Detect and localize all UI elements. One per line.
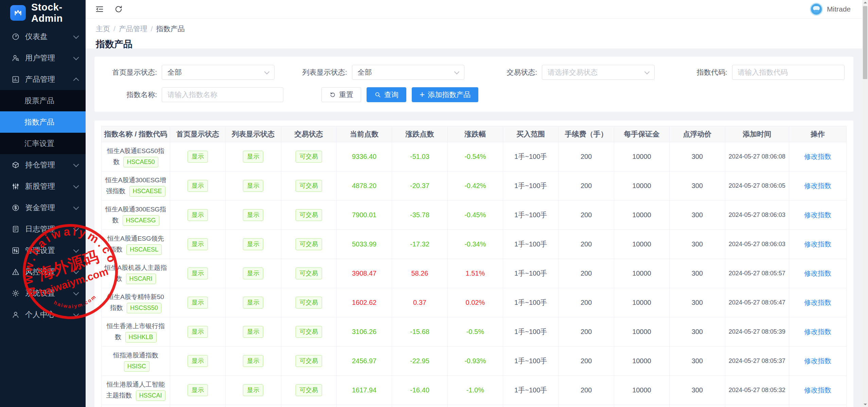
sidebar-item-risk[interactable]: 风控设置 <box>0 261 86 282</box>
list-status-badge: 显示 <box>243 326 263 338</box>
reset-label: 重置 <box>339 90 353 99</box>
buy-range: 1手~100手 <box>503 230 559 259</box>
edit-index-link[interactable]: 修改指数 <box>804 270 831 277</box>
sidebar-item-funds[interactable]: 资金管理 <box>0 197 86 218</box>
submenu-item-汇率设置[interactable]: 汇率设置 <box>0 133 86 154</box>
sidebar-item-label: 资金管理 <box>25 203 74 213</box>
breadcrumb-item[interactable]: 产品管理 <box>119 24 147 34</box>
margin-per-lot: 10000 <box>614 288 669 317</box>
sidebar-item-ipo[interactable]: 新股管理 <box>0 175 86 197</box>
edit-index-link[interactable]: 修改指数 <box>804 153 831 160</box>
margin-per-lot: 10000 <box>614 201 669 230</box>
topbar: Mitrade <box>86 0 862 19</box>
edit-index-link[interactable]: 修改指数 <box>804 211 831 219</box>
sidebar-item-label: 管理设置 <box>25 245 74 256</box>
collapse-sidebar-icon[interactable] <box>94 4 105 14</box>
change-points: -20.37 <box>392 171 447 201</box>
buy-range: 1手~100手 <box>503 201 559 230</box>
scroll-down-icon[interactable] <box>864 404 867 405</box>
index-code-badge: HSHKLB <box>125 332 157 343</box>
current-point: 5906.33 <box>336 405 392 407</box>
buy-range: 1手~100手 <box>503 347 559 376</box>
submenu-item-股票产品[interactable]: 股票产品 <box>0 90 86 111</box>
index-code-badge: HSCAESG <box>123 215 159 226</box>
app-logo[interactable]: Stock-Admin <box>0 0 86 26</box>
margin-per-lot: 10000 <box>614 142 669 171</box>
vertical-scrollbar-thumb[interactable] <box>863 6 867 79</box>
chevron-down-icon <box>73 33 79 39</box>
profile-icon <box>12 311 20 319</box>
change-percent: -0.29% <box>447 405 503 407</box>
chevron-up-icon <box>73 77 79 83</box>
added-time: 2024-05-27 08:06:03 <box>725 201 789 230</box>
table-header-cell: 首页显示状态 <box>170 126 225 142</box>
table-header-cell: 添加时间 <box>725 126 789 142</box>
edit-index-link[interactable]: 修改指数 <box>804 182 831 189</box>
edit-index-link[interactable]: 修改指数 <box>804 299 831 306</box>
plus-icon: + <box>420 90 425 99</box>
reset-icon <box>329 91 336 98</box>
table-row: 恒生A股通ESG领先指数 HSCAESL显示显示可交易5033.99-17.32… <box>102 230 847 259</box>
added-time: 2024-05-27 08:06:03 <box>725 230 789 259</box>
fee: 200 <box>559 230 614 259</box>
edit-index-link[interactable]: 修改指数 <box>804 386 831 394</box>
home-status-badge: 显示 <box>188 384 208 396</box>
sidebar-item-products[interactable]: 产品管理 <box>0 69 86 90</box>
breadcrumb-separator: / <box>151 25 153 33</box>
home-status-badge: 显示 <box>188 180 208 192</box>
user-menu[interactable]: Mitrade <box>810 3 851 16</box>
index-name-label: 指数名称: <box>103 90 162 99</box>
sidebar-item-label: 持仓管理 <box>25 160 74 170</box>
breadcrumb-separator: / <box>113 25 116 33</box>
trade-status-placeholder: 请选择交易状态 <box>548 68 598 77</box>
refresh-icon[interactable] <box>113 4 124 14</box>
home-status-badge: 显示 <box>188 355 208 367</box>
point-float-price: 300 <box>670 201 725 230</box>
edit-index-link[interactable]: 修改指数 <box>804 240 831 248</box>
trade-status-select[interactable]: 请选择交易状态 <box>542 65 655 80</box>
table-row: 恒生A股通300ESG指数 HSCAESG显示显示可交易7900.01-35.7… <box>102 201 847 230</box>
point-float-price: 300 <box>670 142 725 171</box>
edit-index-link[interactable]: 修改指数 <box>804 328 831 335</box>
list-status-value: 全部 <box>358 68 372 77</box>
edit-index-link[interactable]: 修改指数 <box>804 357 831 365</box>
point-float-price: 300 <box>670 376 725 405</box>
margin-per-lot: 10000 <box>614 347 669 376</box>
trade-status-badge: 可交易 <box>296 297 322 309</box>
submenu-products: 股票产品指数产品汇率设置 <box>0 90 86 154</box>
home-status-select[interactable]: 全部 <box>162 65 274 80</box>
sidebar-item-profile[interactable]: 个人中心 <box>0 304 86 325</box>
index-name-input[interactable] <box>162 87 283 102</box>
reset-button[interactable]: 重置 <box>321 87 361 102</box>
table-header-cell: 买入范围 <box>503 126 559 142</box>
index-code-label: 指数代码: <box>674 68 732 77</box>
buy-range: 1手~100手 <box>503 317 559 347</box>
added-time: 2024-05-27 08:05:47 <box>725 288 789 317</box>
sidebar-item-dashboard[interactable]: 仪表盘 <box>0 26 86 47</box>
index-code-badge: HSSCAI <box>136 390 165 401</box>
sidebar-item-positions[interactable]: 持仓管理 <box>0 154 86 175</box>
vertical-scrollbar[interactable] <box>862 0 868 407</box>
chevron-down-icon <box>454 69 460 74</box>
sidebar-item-admin-settings[interactable]: 管理设置 <box>0 240 86 261</box>
query-button[interactable]: 查询 <box>367 87 406 102</box>
add-index-label: 添加指数产品 <box>428 90 471 99</box>
point-float-price: 300 <box>670 230 725 259</box>
add-index-button[interactable]: + 添加指数产品 <box>412 87 478 102</box>
app-title: Stock-Admin <box>31 2 86 24</box>
index-code-input[interactable] <box>732 65 845 80</box>
table-body: 恒生A股通ESG50指数 HSCAE50显示显示可交易9336.40-51.03… <box>102 142 847 407</box>
scroll-up-icon[interactable] <box>864 2 867 3</box>
fee: 200 <box>559 405 614 407</box>
sidebar-item-label: 仪表盘 <box>25 32 74 42</box>
current-point: 9336.40 <box>336 142 392 171</box>
list-status-select[interactable]: 全部 <box>352 65 465 80</box>
breadcrumb-item[interactable]: 主页 <box>96 24 110 34</box>
fee: 200 <box>559 142 614 171</box>
sidebar-item-logs[interactable]: 日志管理 <box>0 218 86 240</box>
sidebar-item-system[interactable]: 系统设置 <box>0 282 86 304</box>
submenu-item-指数产品[interactable]: 指数产品 <box>0 111 86 133</box>
sidebar-item-users[interactable]: 用户管理 <box>0 47 86 69</box>
trade-status-badge: 可交易 <box>296 384 322 396</box>
table-header-cell: 指数名称 / 指数代码 <box>102 126 170 142</box>
